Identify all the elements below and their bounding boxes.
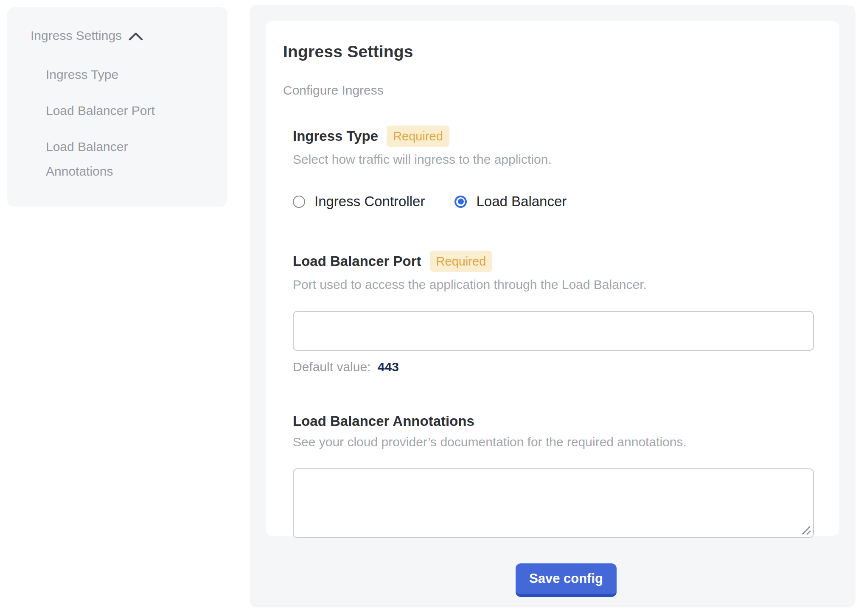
radio-option-load-balancer[interactable]: Load Balancer <box>454 193 567 210</box>
radio-ingress-controller-label: Ingress Controller <box>314 193 425 210</box>
ingress-type-radio-group: Ingress Controller Load Balancer <box>293 193 814 210</box>
sidebar-group-label: Ingress Settings <box>31 28 122 43</box>
load-balancer-annotations-label: Load Balancer Annotations <box>293 413 474 429</box>
section-load-balancer-annotations: Load Balancer Annotations See your cloud… <box>293 413 814 538</box>
default-value-label: Default value: <box>293 360 370 374</box>
load-balancer-annotations-description: See your cloud provider’s documentation … <box>293 435 814 449</box>
chevron-up-icon <box>129 32 143 41</box>
page-subtitle: Configure Ingress <box>283 83 814 98</box>
page-title: Ingress Settings <box>283 42 814 61</box>
radio-ingress-controller[interactable] <box>293 196 305 208</box>
sidebar-item-list: Ingress Type Load Balancer Port Load Bal… <box>31 62 215 184</box>
required-badge: Required <box>387 126 449 147</box>
load-balancer-port-description: Port used to access the application thro… <box>293 277 814 292</box>
radio-load-balancer[interactable] <box>454 196 467 208</box>
settings-outline-sidebar: Ingress Settings Ingress Type Load Balan… <box>7 7 227 207</box>
ingress-type-description: Select how traffic will ingress to the a… <box>293 152 814 167</box>
ingress-type-label: Ingress Type <box>293 128 378 144</box>
section-load-balancer-port: Load Balancer Port Required Port used to… <box>293 251 814 374</box>
sidebar-group-ingress-settings[interactable]: Ingress Settings <box>31 28 215 43</box>
default-value-line: Default value: 443 <box>293 360 814 374</box>
load-balancer-port-input[interactable] <box>293 311 814 351</box>
load-balancer-annotations-textarea[interactable] <box>293 468 814 538</box>
ingress-settings-panel: Ingress Settings Configure Ingress Ingre… <box>250 5 856 608</box>
load-balancer-port-label: Load Balancer Port <box>293 253 421 269</box>
sidebar-item-ingress-type[interactable]: Ingress Type <box>46 62 192 87</box>
save-config-button[interactable]: Save config <box>516 563 617 597</box>
required-badge: Required <box>430 251 493 272</box>
sidebar-item-load-balancer-annotations[interactable]: Load Balancer Annotations <box>46 134 192 184</box>
default-value-number: 443 <box>378 360 399 374</box>
sidebar-item-load-balancer-port[interactable]: Load Balancer Port <box>46 98 192 123</box>
radio-option-ingress-controller[interactable]: Ingress Controller <box>293 193 425 210</box>
radio-load-balancer-label: Load Balancer <box>476 193 567 210</box>
section-ingress-type: Ingress Type Required Select how traffic… <box>293 126 814 210</box>
ingress-settings-card: Ingress Settings Configure Ingress Ingre… <box>266 21 839 536</box>
